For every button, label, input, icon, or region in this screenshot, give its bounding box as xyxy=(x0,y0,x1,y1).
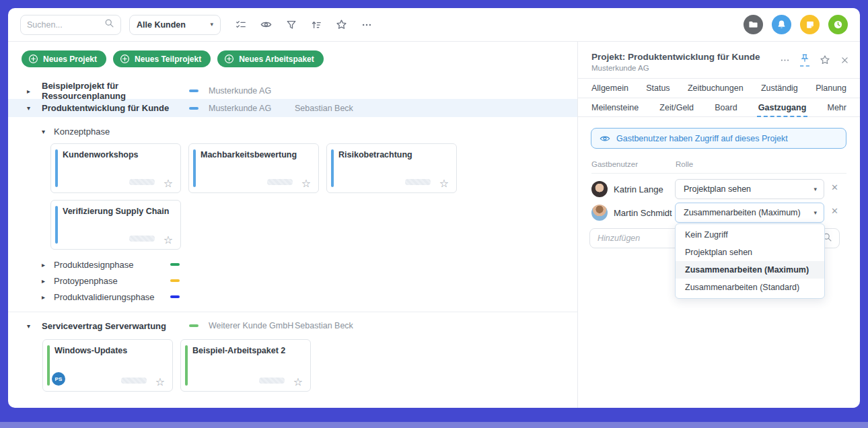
role-option-projektplan-sehen[interactable]: Projektplan sehen xyxy=(676,244,824,261)
search-input[interactable] xyxy=(27,20,100,30)
remove-guest-icon[interactable]: ✕ xyxy=(831,207,838,215)
phase-row-protoypenphase[interactable]: ▸ Protoypenphase xyxy=(8,273,577,289)
role-select-value: Zusammenarbeiten (Maximum) xyxy=(684,208,813,217)
guest-table-divider xyxy=(591,173,846,174)
workpackage-card[interactable]: Kundenworkshops ☆ xyxy=(50,143,181,193)
more-icon[interactable] xyxy=(780,55,790,65)
guest-name: Katrin Lange xyxy=(614,184,663,194)
tab-board[interactable]: Board xyxy=(715,99,737,116)
star-icon[interactable]: ☆ xyxy=(164,177,173,190)
workpackage-card[interactable]: Verifizierung Supply Chain ☆ xyxy=(50,200,181,250)
phase-row-produktvalidierungsphase[interactable]: ▸ Produktvalidierungsphase xyxy=(8,289,577,305)
progress-placeholder xyxy=(129,179,155,185)
progress-placeholder xyxy=(259,378,285,384)
star-icon[interactable]: ☆ xyxy=(164,234,173,246)
project-row-produktentwicklung[interactable]: ▾ Produktentwicklung für Kunde Musterkun… xyxy=(8,99,577,117)
project-tree-panel: Neues Projekt Neues Teilprojekt Neues Ar… xyxy=(8,42,577,408)
detail-header: Projekt: Produktentwicklung für Kunde Mu… xyxy=(578,42,860,78)
filter-icon[interactable] xyxy=(286,20,297,30)
more-icon[interactable] xyxy=(361,20,372,30)
card-accent-bar xyxy=(47,345,50,386)
tab-mehr[interactable]: Mehr xyxy=(828,99,846,116)
tab-gastzugang[interactable]: Gastzugang xyxy=(758,99,807,116)
project-customer: Weiterer Kunde GmbH xyxy=(209,321,295,330)
chevron-right-icon[interactable]: ▸ xyxy=(27,87,42,95)
card-title: Beispiel-Arbeitspaket 2 xyxy=(192,346,285,355)
banner-text: Gastbenutzer haben Zugriff auf dieses Pr… xyxy=(616,134,788,143)
close-icon[interactable] xyxy=(840,56,849,65)
card-accent-bar xyxy=(55,149,58,187)
workpackage-card[interactable]: Machbarkeitsbewertung ☆ xyxy=(188,143,319,193)
project-customer: Musterkunde AG xyxy=(209,104,295,113)
star-icon[interactable]: ☆ xyxy=(301,177,311,190)
workpackage-card[interactable]: Windows-Updates PS ☆ xyxy=(42,339,173,392)
guest-row-katrin: Katrin Lange Projektplan sehen ▾ ✕ xyxy=(578,178,860,201)
new-subproject-button[interactable]: Neues Teilprojekt xyxy=(113,50,211,67)
phase-status-dash xyxy=(170,279,180,282)
workspace-buttons xyxy=(744,15,848,34)
tab-allgemein[interactable]: Allgemein xyxy=(591,79,628,97)
card-accent-bar xyxy=(55,206,58,244)
workpackage-card[interactable]: Risikobetrachtung ☆ xyxy=(326,143,457,193)
chevron-down-icon[interactable]: ▾ xyxy=(27,322,42,330)
tab-status[interactable]: Status xyxy=(646,79,670,97)
phase-row-konzeptphase[interactable]: ▾ Konzeptphase xyxy=(8,123,577,139)
star-icon[interactable]: ☆ xyxy=(439,177,449,190)
chevron-down-icon[interactable]: ▾ xyxy=(27,104,42,112)
star-icon[interactable]: ☆ xyxy=(293,376,303,388)
tab-zustaendig[interactable]: Zuständig xyxy=(761,79,798,97)
detail-tabs-row-2: Meilensteine Zeit/Geld Board Gastzugang … xyxy=(578,98,860,117)
search-icon xyxy=(104,18,114,31)
new-project-button[interactable]: Neues Projekt xyxy=(22,50,106,67)
guest-row-martin: Martin Schmidt Zusammenarbeiten (Maximum… xyxy=(578,201,860,224)
note-icon xyxy=(805,20,815,30)
new-workpackage-label: Neues Arbeitspaket xyxy=(239,55,314,64)
time-tracking-button[interactable] xyxy=(828,15,848,34)
column-rolle: Rolle xyxy=(676,160,693,168)
tab-zeit-geld[interactable]: Zeit/Geld xyxy=(659,99,694,116)
progress-placeholder xyxy=(405,179,431,185)
notifications-button[interactable] xyxy=(772,15,791,34)
avatar xyxy=(591,205,608,221)
phase-row-produktdesignphase[interactable]: ▸ Produktdesignphase xyxy=(8,256,577,273)
sort-icon[interactable] xyxy=(311,20,322,30)
project-row-ressourcenplanung[interactable]: ▸ Beispielprojekt für Ressourcenplanung … xyxy=(8,81,577,99)
checklist-icon[interactable] xyxy=(236,20,246,30)
role-option-zusammenarbeiten-maximum[interactable]: Zusammenarbeiten (Maximum) xyxy=(676,261,824,279)
star-icon[interactable]: ☆ xyxy=(155,376,165,388)
role-option-kein-zugriff[interactable]: Kein Zugriff xyxy=(676,226,824,244)
project-status-dash xyxy=(189,107,198,110)
phase-title: Protoypenphase xyxy=(54,276,170,286)
customer-filter-select[interactable]: Alle Kunden ▾ xyxy=(129,15,221,35)
chevron-right-icon[interactable]: ▸ xyxy=(42,277,54,285)
detail-header-icons xyxy=(780,53,849,67)
new-workpackage-button[interactable]: Neues Arbeitspaket xyxy=(217,50,324,67)
phase-title: Konzeptphase xyxy=(54,127,170,137)
notes-button[interactable] xyxy=(800,15,820,34)
workpackage-card[interactable]: Beispiel-Arbeitspaket 2 ☆ xyxy=(180,339,311,392)
app-window: Alle Kunden ▾ xyxy=(8,8,860,408)
card-accent-bar xyxy=(331,149,334,187)
chevron-right-icon[interactable]: ▸ xyxy=(42,293,54,301)
search-box[interactable] xyxy=(20,15,121,35)
star-icon[interactable] xyxy=(336,19,347,30)
card-accent-bar xyxy=(185,345,188,386)
guest-name: Martin Schmidt xyxy=(614,208,672,218)
role-select-katrin[interactable]: Projektplan sehen ▾ xyxy=(675,179,824,199)
projects-folder-button[interactable] xyxy=(744,15,763,34)
role-option-zusammenarbeiten-standard[interactable]: Zusammenarbeiten (Standard) xyxy=(676,279,824,296)
tab-meilensteine[interactable]: Meilensteine xyxy=(591,99,639,116)
guest-access-banner: Gastbenutzer haben Zugriff auf dieses Pr… xyxy=(591,128,846,149)
tab-zeitbuchungen[interactable]: Zeitbuchungen xyxy=(688,79,744,97)
star-icon[interactable] xyxy=(820,55,830,65)
chevron-right-icon[interactable]: ▸ xyxy=(42,261,54,269)
tab-planung[interactable]: Planung xyxy=(816,79,846,97)
chevron-down-icon[interactable]: ▾ xyxy=(42,128,54,135)
role-select-martin[interactable]: Zusammenarbeiten (Maximum) ▾ xyxy=(675,203,824,223)
card-title: Kundenworkshops xyxy=(63,150,139,159)
pin-icon[interactable] xyxy=(800,53,809,67)
project-row-servicevertrag[interactable]: ▾ Servicevertrag Serverwartung Weiterer … xyxy=(8,318,577,334)
assignee-avatar[interactable]: PS xyxy=(52,372,65,386)
remove-guest-icon[interactable]: ✕ xyxy=(831,183,838,192)
eye-icon[interactable] xyxy=(260,19,272,30)
